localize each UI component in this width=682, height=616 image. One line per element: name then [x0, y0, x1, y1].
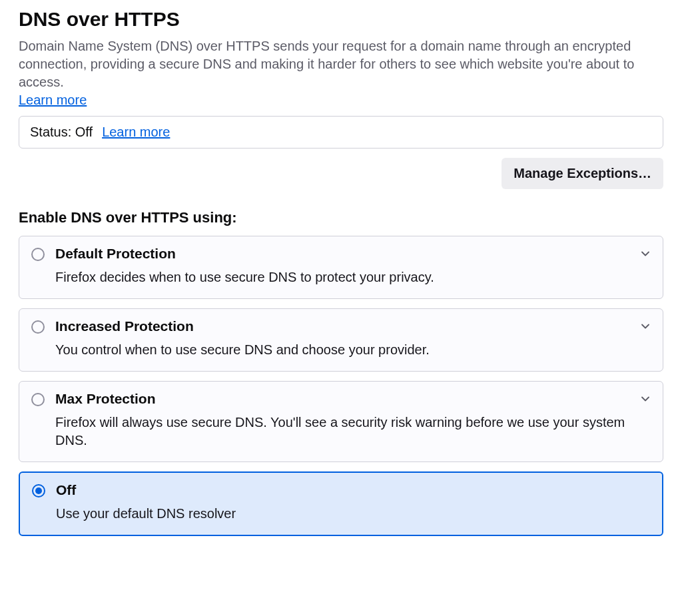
option-header[interactable]: Max Protection: [31, 391, 651, 407]
section-title: DNS over HTTPS: [19, 8, 663, 31]
chevron-down-icon[interactable]: [640, 321, 651, 332]
learn-more-link[interactable]: Learn more: [19, 93, 87, 107]
status-box: Status: Off Learn more: [19, 116, 663, 149]
status-learn-more-link[interactable]: Learn more: [102, 125, 170, 140]
enable-heading: Enable DNS over HTTPS using:: [19, 209, 663, 226]
option-title: Max Protection: [55, 391, 156, 407]
option-title: Increased Protection: [55, 318, 194, 334]
option-card-max-protection[interactable]: Max ProtectionFirefox will always use se…: [19, 381, 663, 462]
option-card-default-protection[interactable]: Default ProtectionFirefox decides when t…: [19, 236, 663, 299]
radio-button[interactable]: [31, 320, 45, 334]
option-header[interactable]: Default Protection: [31, 246, 651, 262]
section-description: Domain Name System (DNS) over HTTPS send…: [19, 37, 663, 91]
option-description: Firefox will always use secure DNS. You'…: [55, 414, 651, 450]
option-description: Use your default DNS resolver: [56, 505, 650, 523]
chevron-down-icon[interactable]: [640, 248, 651, 259]
option-card-off[interactable]: OffUse your default DNS resolver: [19, 471, 663, 536]
option-title: Default Protection: [55, 246, 176, 262]
chevron-down-icon[interactable]: [640, 394, 651, 404]
manage-exceptions-button[interactable]: Manage Exceptions…: [502, 158, 663, 189]
option-description: You control when to use secure DNS and c…: [55, 341, 651, 359]
option-title: Off: [56, 482, 76, 498]
option-card-increased-protection[interactable]: Increased ProtectionYou control when to …: [19, 308, 663, 372]
option-header[interactable]: Off: [32, 482, 650, 498]
radio-button[interactable]: [31, 393, 45, 406]
radio-inner: [35, 487, 42, 494]
radio-button[interactable]: [31, 248, 45, 261]
option-description: Firefox decides when to use secure DNS t…: [55, 268, 651, 286]
option-header[interactable]: Increased Protection: [31, 318, 651, 334]
status-label: Status: Off: [30, 125, 93, 140]
radio-button[interactable]: [32, 484, 45, 497]
